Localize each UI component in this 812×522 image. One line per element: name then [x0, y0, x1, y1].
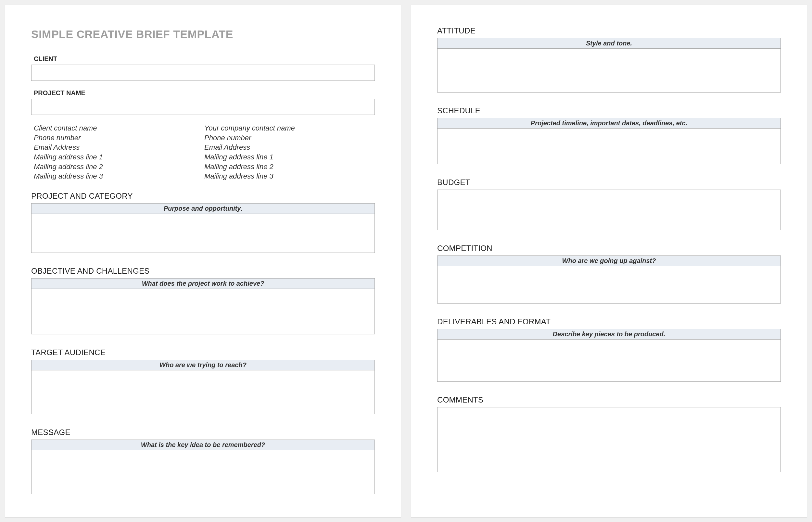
contact-line: Email Address	[34, 142, 204, 152]
section-heading: SCHEDULE	[437, 106, 781, 115]
page-2: ATTITUDE Style and tone. SCHEDULE Projec…	[411, 5, 807, 518]
section-deliverables: DELIVERABLES AND FORMAT Describe key pie…	[437, 317, 781, 382]
audience-input[interactable]	[31, 370, 375, 414]
section-heading: MESSAGE	[31, 428, 375, 437]
section-hint: What does the project work to achieve?	[31, 278, 375, 289]
section-heading: COMMENTS	[437, 395, 781, 404]
section-hint: Purpose and opportunity.	[31, 203, 375, 214]
section-budget: BUDGET	[437, 178, 781, 230]
contact-line: Mailing address line 3	[34, 172, 204, 181]
section-audience: TARGET AUDIENCE Who are we trying to rea…	[31, 348, 375, 414]
contact-line: Phone number	[204, 133, 375, 143]
client-input[interactable]	[31, 65, 375, 81]
section-heading: TARGET AUDIENCE	[31, 348, 375, 357]
competition-input[interactable]	[437, 266, 781, 303]
budget-input[interactable]	[437, 189, 781, 230]
page-1: SIMPLE CREATIVE BRIEF TEMPLATE CLIENT PR…	[5, 5, 401, 518]
contact-line: Mailing address line 2	[34, 162, 204, 172]
section-attitude: ATTITUDE Style and tone.	[437, 26, 781, 93]
section-heading: DELIVERABLES AND FORMAT	[437, 317, 781, 326]
section-schedule: SCHEDULE Projected timeline, important d…	[437, 106, 781, 164]
section-hint: Projected timeline, important dates, dea…	[437, 118, 781, 128]
section-hint: Describe key pieces to be produced.	[437, 329, 781, 340]
contacts-block: Client contact name Phone number Email A…	[34, 123, 375, 181]
section-hint: Who are we going up against?	[437, 256, 781, 266]
project-category-input[interactable]	[31, 214, 375, 253]
section-heading: ATTITUDE	[437, 26, 781, 35]
schedule-input[interactable]	[437, 128, 781, 164]
deliverables-input[interactable]	[437, 340, 781, 382]
section-hint: What is the key idea to be remembered?	[31, 440, 375, 450]
section-comments: COMMENTS	[437, 395, 781, 472]
section-objective: OBJECTIVE AND CHALLENGES What does the p…	[31, 266, 375, 334]
section-hint: Who are we trying to reach?	[31, 360, 375, 370]
message-input[interactable]	[31, 450, 375, 494]
project-name-label: PROJECT NAME	[34, 89, 375, 97]
client-label: CLIENT	[34, 55, 375, 63]
section-heading: BUDGET	[437, 178, 781, 187]
contact-line: Your company contact name	[204, 123, 375, 133]
section-project-category: PROJECT AND CATEGORY Purpose and opportu…	[31, 192, 375, 253]
company-contact-column: Your company contact name Phone number E…	[204, 123, 375, 181]
contact-line: Mailing address line 2	[204, 162, 375, 172]
comments-input[interactable]	[437, 407, 781, 472]
contact-line: Mailing address line 3	[204, 172, 375, 181]
section-competition: COMPETITION Who are we going up against?	[437, 244, 781, 303]
client-contact-column: Client contact name Phone number Email A…	[34, 123, 204, 181]
section-heading: OBJECTIVE AND CHALLENGES	[31, 266, 375, 276]
section-message: MESSAGE What is the key idea to be remem…	[31, 428, 375, 494]
contact-line: Mailing address line 1	[204, 152, 375, 162]
section-heading: COMPETITION	[437, 244, 781, 253]
document-title: SIMPLE CREATIVE BRIEF TEMPLATE	[31, 28, 375, 41]
contact-line: Email Address	[204, 142, 375, 152]
contact-line: Mailing address line 1	[34, 152, 204, 162]
attitude-input[interactable]	[437, 49, 781, 93]
contact-line: Phone number	[34, 133, 204, 143]
contact-line: Client contact name	[34, 123, 204, 133]
section-heading: PROJECT AND CATEGORY	[31, 192, 375, 201]
section-hint: Style and tone.	[437, 38, 781, 49]
objective-input[interactable]	[31, 289, 375, 334]
project-name-input[interactable]	[31, 99, 375, 115]
